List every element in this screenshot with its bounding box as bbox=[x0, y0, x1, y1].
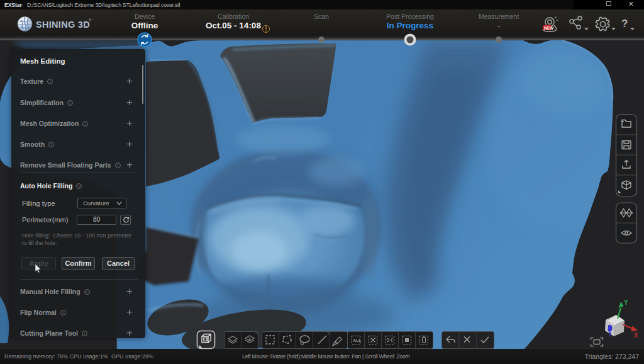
svg-text:X: X bbox=[634, 332, 638, 339]
svg-text:NEW: NEW bbox=[544, 26, 554, 30]
svg-text:Y: Y bbox=[624, 299, 628, 306]
svg-text:?: ? bbox=[621, 18, 628, 30]
svg-text:ALL: ALL bbox=[353, 338, 362, 343]
svg-text:®: ® bbox=[89, 18, 92, 22]
svg-text:SHINING 3D: SHINING 3D bbox=[36, 20, 90, 30]
